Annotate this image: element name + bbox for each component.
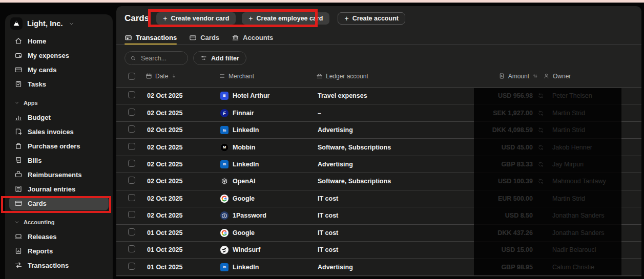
workspace-switcher[interactable]: Light, Inc. [5, 14, 113, 31]
cell-ledger-account: Software, Subscriptions [318, 144, 391, 151]
cell-merchant: Google [220, 195, 255, 203]
column-header-amount[interactable]: $ Amount [441, 73, 538, 80]
sidebar: Light, Inc. Home My expenses My cards Ta… [5, 14, 113, 279]
linkedin-logo-icon: in [220, 126, 228, 134]
cell-ledger-account: IT cost [318, 229, 338, 237]
cell-merchant: in LinkedIn [220, 263, 259, 271]
column-header-merchant[interactable]: Merchant [219, 73, 254, 80]
sidebar-section-accounting[interactable]: Accounting [9, 215, 109, 229]
tasks-icon [14, 80, 23, 88]
sidebar-item-bills[interactable]: Bills [9, 153, 109, 167]
bank-icon [316, 73, 323, 79]
cell-ledger-account: Advertising [318, 161, 353, 168]
sort-descending-icon [171, 73, 177, 79]
chevron-down-icon [69, 21, 74, 27]
cell-date: 02 Oct 2025 [147, 126, 183, 134]
annotation-box-create-card-buttons [148, 9, 318, 27]
transactions-icon [14, 261, 23, 269]
card-transactions-icon [124, 34, 132, 41]
sidebar-section-apps[interactable]: Apps [9, 96, 109, 110]
person-icon [543, 73, 550, 79]
row-checkbox[interactable] [128, 109, 135, 116]
cell-merchant: in LinkedIn [220, 160, 259, 168]
row-checkbox[interactable] [128, 245, 135, 252]
search-input[interactable] [140, 54, 182, 62]
row-checkbox[interactable] [128, 263, 135, 270]
cell-merchant: Windsurf [220, 246, 260, 254]
amount-receipt-icon: $ [498, 73, 505, 79]
cell-ledger-account: – [318, 110, 321, 117]
wallet-icon [14, 51, 23, 59]
redaction-overlay-amount-owner [474, 88, 621, 275]
row-checkbox[interactable] [128, 177, 135, 184]
sidebar-item-tasks[interactable]: Tasks [9, 77, 109, 91]
sidebar-item-purchase-orders[interactable]: Purchase orders [9, 139, 109, 153]
cell-merchant: F Finnair [220, 109, 254, 117]
card-icon [14, 66, 23, 74]
cell-ledger-account: Advertising [318, 264, 353, 271]
cell-date: 02 Oct 2025 [147, 178, 183, 185]
cell-date: 02 Oct 2025 [147, 212, 183, 219]
svg-text:$: $ [501, 74, 503, 77]
cell-ledger-account: Software, Subscriptions [318, 178, 391, 185]
row-checkbox[interactable] [128, 91, 135, 98]
row-checkbox[interactable] [128, 228, 135, 235]
google-logo-icon [220, 195, 228, 203]
column-header-owner[interactable]: Owner [543, 73, 571, 80]
tab-bar: Transactions Cards Accounts [116, 31, 641, 45]
sidebar-item-home[interactable]: Home [9, 34, 109, 48]
create-account-button[interactable]: + Create account [338, 12, 405, 25]
sort-toggle-icon [532, 73, 538, 79]
bills-icon [14, 156, 23, 164]
row-checkbox[interactable] [128, 143, 135, 150]
openai-logo-icon [220, 177, 228, 185]
sidebar-item-budget[interactable]: Budget [9, 110, 109, 124]
releases-icon [14, 232, 23, 241]
cell-date: 02 Oct 2025 [147, 161, 183, 168]
tab-transactions[interactable]: Transactions [124, 31, 177, 44]
home-icon [14, 37, 23, 45]
add-filter-button[interactable]: Add filter [193, 51, 246, 65]
cell-date: 01 Oct 2025 [147, 246, 183, 253]
onepassword-logo-icon: 1 [220, 211, 228, 220]
sidebar-item-releases[interactable]: Releases [9, 229, 109, 244]
workspace-logo [10, 17, 23, 30]
google-logo-icon [220, 229, 228, 237]
sidebar-item-reports[interactable]: Reports [9, 244, 109, 258]
cell-ledger-account: IT cost [318, 246, 338, 253]
menu-lines-icon [219, 73, 225, 79]
mobbin-logo-icon: M [220, 143, 228, 152]
cell-merchant: Google [220, 229, 255, 237]
sidebar-item-sales-invoices[interactable]: Sales invoices [9, 124, 109, 139]
sidebar-item-my-expenses[interactable]: My expenses [9, 48, 109, 62]
cell-date: 02 Oct 2025 [147, 110, 183, 117]
sidebar-item-my-cards[interactable]: My cards [9, 62, 109, 77]
row-checkbox[interactable] [128, 194, 135, 201]
cell-ledger-account: IT cost [318, 195, 338, 202]
search-icon [130, 55, 136, 61]
finnair-logo-icon: F [220, 109, 228, 117]
cell-date: 01 Oct 2025 [147, 229, 183, 237]
sidebar-item-journal-entries[interactable]: Journal entries [9, 182, 109, 196]
row-checkbox[interactable] [128, 211, 135, 218]
column-header-date[interactable]: Date [146, 73, 177, 80]
row-checkbox[interactable] [128, 125, 135, 133]
select-all-checkbox[interactable] [128, 73, 135, 80]
cell-merchant: ≡ Hotel Arthur [220, 92, 269, 100]
tab-cards[interactable]: Cards [189, 31, 219, 44]
tab-accounts[interactable]: Accounts [232, 31, 273, 44]
sidebar-item-reimbursements[interactable]: Reimbursements [9, 167, 109, 182]
card-icon [189, 34, 197, 41]
cell-merchant: OpenAI [220, 177, 255, 185]
sales-icon [14, 127, 23, 136]
column-header-ledger-account[interactable]: Ledger account [316, 73, 368, 80]
cell-date: 01 Oct 2025 [147, 264, 183, 271]
cell-date: 02 Oct 2025 [147, 92, 183, 99]
journal-icon [14, 185, 23, 193]
page-title: Cards [124, 13, 149, 24]
linkedin-logo-icon: in [220, 160, 228, 168]
sidebar-item-transactions[interactable]: Transactions [9, 258, 109, 272]
search-box[interactable] [124, 51, 188, 65]
table-header: Date Merchant Ledger account $ Amount Ow… [116, 65, 641, 88]
row-checkbox[interactable] [128, 160, 135, 167]
